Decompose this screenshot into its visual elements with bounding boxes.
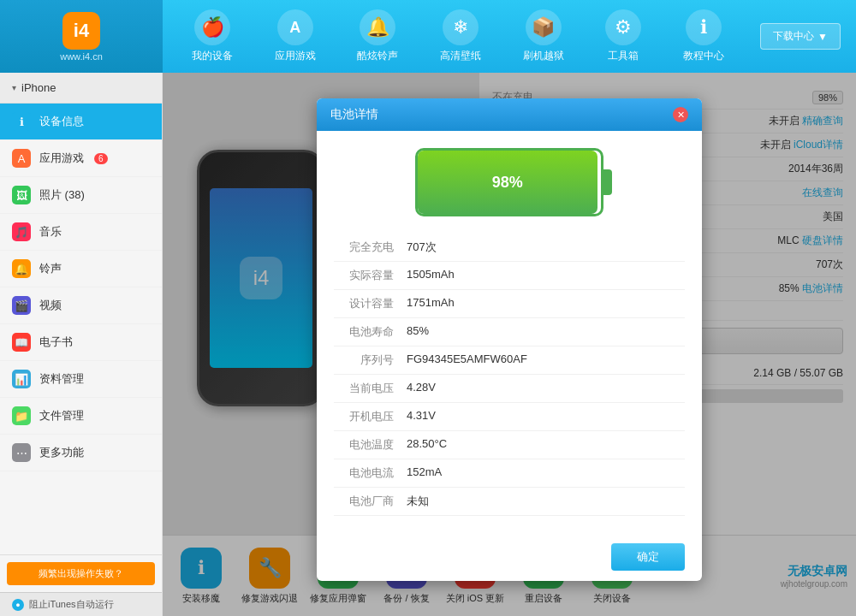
data-icon: 📊 bbox=[12, 370, 31, 388]
content-area: i4 不在充电 98% Apple ID锁 未开启 精确查询 iCloud 未开… bbox=[163, 73, 856, 616]
temp-value: 28.50°C bbox=[407, 437, 447, 453]
sidebar-item-data[interactable]: 📊 资料管理 bbox=[0, 361, 162, 398]
life-label: 电池寿命 bbox=[338, 324, 407, 340]
design-value: 1751mAh bbox=[407, 296, 455, 311]
modal-row-serial: 序列号 FG94345E5AMFW60AF bbox=[334, 346, 685, 375]
nav-icon-ringtone: 🔔 bbox=[360, 9, 395, 45]
sidebar-label-files: 文件管理 bbox=[39, 408, 84, 424]
ebook-icon: 📖 bbox=[12, 333, 31, 352]
sidebar-item-apps[interactable]: A 应用游戏 6 bbox=[0, 140, 162, 177]
bootvoltage-label: 开机电压 bbox=[338, 409, 407, 424]
sidebar-item-files[interactable]: 📁 文件管理 bbox=[0, 398, 162, 435]
download-button[interactable]: 下载中心 ▼ bbox=[760, 23, 841, 50]
sidebar-label-data: 资料管理 bbox=[39, 371, 84, 387]
modal-row-current: 电池电流 152mA bbox=[334, 459, 685, 488]
sidebar-label-more: 更多功能 bbox=[39, 445, 84, 460]
sidebar-label-deviceinfo: 设备信息 bbox=[39, 114, 84, 129]
sidebar-item-more[interactable]: ⋯ 更多功能 bbox=[0, 435, 162, 471]
download-label: 下载中心 bbox=[773, 29, 814, 44]
nav-item-ringtone[interactable]: 🔔 酷炫铃声 bbox=[357, 9, 398, 63]
sidebar-label-ringtone: 铃声 bbox=[39, 261, 62, 276]
nav-icon-apps: A bbox=[277, 9, 313, 45]
actual-label: 实际容量 bbox=[338, 268, 407, 283]
nav-label-mydevice: 我的设备 bbox=[192, 49, 233, 63]
bootvoltage-value: 4.31V bbox=[407, 409, 436, 424]
logo-text: www.i4.cn bbox=[60, 51, 103, 62]
sidebar-device-header: ▾ iPhone bbox=[0, 73, 162, 104]
nav-label-apps: 应用游戏 bbox=[275, 49, 316, 63]
temp-label: 电池温度 bbox=[338, 437, 407, 453]
sidebar-item-ebook[interactable]: 📖 电子书 bbox=[0, 324, 162, 361]
music-icon: 🎵 bbox=[12, 222, 31, 241]
nav-icon-tutorial: ℹ bbox=[686, 9, 722, 45]
sidebar-label-music: 音乐 bbox=[39, 224, 62, 240]
ringtone-icon: 🔔 bbox=[12, 259, 31, 278]
voltage-label: 当前电压 bbox=[338, 381, 407, 396]
header-right: 下载中心 ▼ bbox=[753, 23, 856, 50]
modal-row-design: 设计容量 1751mAh bbox=[334, 290, 685, 318]
more-icon: ⋯ bbox=[12, 443, 31, 462]
sidebar-item-ringtone[interactable]: 🔔 铃声 bbox=[0, 251, 162, 287]
sidebar-label-video: 视频 bbox=[39, 298, 62, 313]
nav-item-wallpaper[interactable]: ❄ 高清壁纸 bbox=[440, 9, 481, 63]
info-icon: ℹ bbox=[12, 112, 31, 131]
modal-body: 98% 完全充电 707次 实际容量 1505mAh bbox=[317, 131, 702, 533]
fullcharge-label: 完全充电 bbox=[338, 240, 407, 255]
battery-detail-modal: 电池详情 ✕ 98% 完全充电 bbox=[317, 98, 702, 581]
chevron-down-icon: ▾ bbox=[12, 83, 16, 92]
download-icon: ▼ bbox=[817, 31, 828, 43]
itunes-label: 阻止iTunes自动运行 bbox=[29, 598, 114, 611]
modal-close-button[interactable]: ✕ bbox=[673, 107, 688, 122]
modal-row-bootvoltage: 开机电压 4.31V bbox=[334, 403, 685, 431]
freq-btn[interactable]: 频繁出现操作失败？ bbox=[7, 562, 155, 585]
nav-label-wallpaper: 高清壁纸 bbox=[440, 49, 481, 63]
design-label: 设计容量 bbox=[338, 296, 407, 311]
nav-icon-wallpaper: ❄ bbox=[443, 9, 479, 45]
battery-fill: 98% bbox=[418, 151, 597, 214]
confirm-button[interactable]: 确定 bbox=[611, 543, 685, 571]
nav-bar: 🍎 我的设备 A 应用游戏 🔔 酷炫铃声 ❄ 高清壁纸 📦 刷机越狱 ⚙ 工具箱… bbox=[163, 0, 753, 73]
sidebar-item-deviceinfo[interactable]: ℹ 设备信息 bbox=[0, 104, 162, 140]
nav-label-ringtone: 酷炫铃声 bbox=[357, 49, 398, 63]
modal-row-temp: 电池温度 28.50°C bbox=[334, 431, 685, 459]
serial-label: 序列号 bbox=[338, 352, 407, 368]
sidebar-item-video[interactable]: 🎬 视频 bbox=[0, 287, 162, 324]
modal-row-actual: 实际容量 1505mAh bbox=[334, 262, 685, 290]
nav-item-mydevice[interactable]: 🍎 我的设备 bbox=[192, 9, 233, 63]
video-icon: 🎬 bbox=[12, 296, 31, 315]
current-label: 电池电流 bbox=[338, 465, 407, 481]
modal-row-voltage: 当前电压 4.28V bbox=[334, 375, 685, 403]
actual-value: 1505mAh bbox=[407, 268, 455, 283]
apps-badge: 6 bbox=[94, 153, 108, 164]
voltage-value: 4.28V bbox=[407, 381, 436, 396]
nav-label-tools: 工具箱 bbox=[608, 49, 639, 63]
fullcharge-value: 707次 bbox=[407, 240, 437, 255]
nav-icon-jailbreak: 📦 bbox=[526, 9, 562, 45]
nav-item-tutorial[interactable]: ℹ 教程中心 bbox=[683, 9, 724, 63]
mfr-value: 未知 bbox=[407, 494, 429, 509]
nav-icon-mydevice: 🍎 bbox=[194, 9, 230, 45]
sidebar-label-apps: 应用游戏 bbox=[39, 151, 84, 166]
main-container: ▾ iPhone ℹ 设备信息 A 应用游戏 6 🖼 照片 (38) 🎵 音乐 bbox=[0, 73, 856, 616]
modal-header: 电池详情 ✕ bbox=[317, 98, 702, 131]
nav-item-apps[interactable]: A 应用游戏 bbox=[275, 9, 316, 63]
nav-item-jailbreak[interactable]: 📦 刷机越狱 bbox=[523, 9, 564, 63]
modal-row-fullcharge: 完全充电 707次 bbox=[334, 234, 685, 262]
nav-label-jailbreak: 刷机越狱 bbox=[523, 49, 564, 63]
modal-overlay: 电池详情 ✕ 98% 完全充电 bbox=[163, 73, 856, 616]
modal-footer: 确定 bbox=[317, 533, 702, 581]
nav-item-tools[interactable]: ⚙ 工具箱 bbox=[605, 9, 641, 63]
logo-area: i4 www.i4.cn bbox=[0, 0, 163, 73]
sidebar-item-music[interactable]: 🎵 音乐 bbox=[0, 214, 162, 251]
sidebar-item-photos[interactable]: 🖼 照片 (38) bbox=[0, 177, 162, 214]
nav-icon-tools: ⚙ bbox=[605, 9, 641, 45]
sidebar-label-ebook: 电子书 bbox=[39, 335, 73, 350]
modal-row-mfr: 电池厂商 未知 bbox=[334, 488, 685, 516]
sidebar-menu: ℹ 设备信息 A 应用游戏 6 🖼 照片 (38) 🎵 音乐 🔔 铃声 🎬 bbox=[0, 104, 162, 554]
mfr-label: 电池厂商 bbox=[338, 494, 407, 509]
battery-visual: 98% bbox=[334, 148, 685, 216]
battery-pct-label: 98% bbox=[492, 174, 523, 192]
serial-value: FG94345E5AMFW60AF bbox=[407, 352, 527, 368]
life-value: 85% bbox=[407, 324, 429, 340]
logo-icon: i4 bbox=[62, 12, 100, 50]
